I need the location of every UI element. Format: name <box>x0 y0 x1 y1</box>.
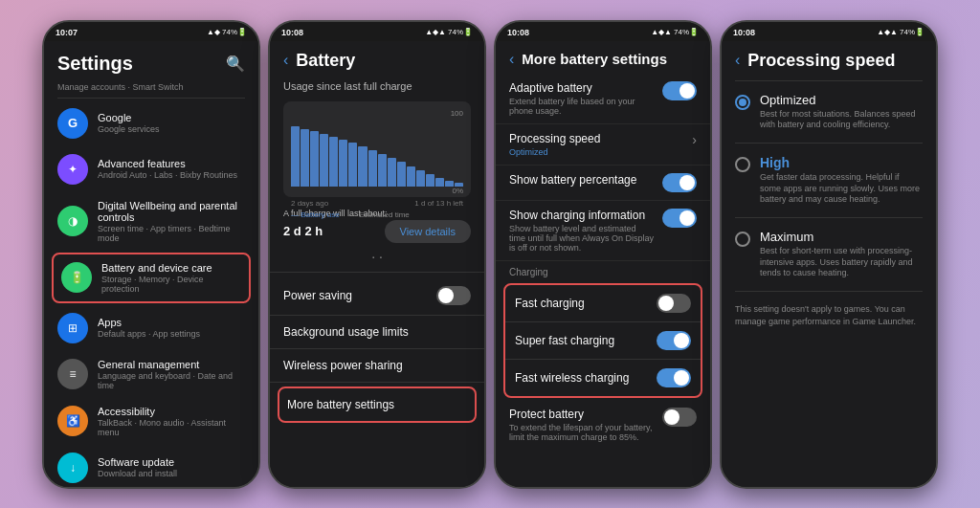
fast-wireless-charging-toggle[interactable] <box>657 368 691 387</box>
chart-label-right: 1 d of 13 h left <box>414 199 463 208</box>
battery-header: ‹ Battery <box>270 41 484 77</box>
show-charging-info-item[interactable]: Show charging information Show battery l… <box>496 201 710 261</box>
pagination-dots: · · <box>283 249 471 264</box>
bar-4 <box>320 134 328 187</box>
ps-option-maximum[interactable]: Maximum Best for short-term use with pro… <box>722 220 936 289</box>
legend-battery-use: — Battery use <box>291 210 340 219</box>
chart-min: 0% <box>291 187 463 195</box>
view-details-button[interactable]: View details <box>385 220 472 243</box>
processing-speed-screen: ‹ Processing speed Optimized Best for mo… <box>722 41 936 487</box>
chevron-right-icon-processing: › <box>692 132 697 147</box>
fast-wireless-charging-item[interactable]: Fast wireless charging <box>505 360 701 396</box>
adaptive-battery-item[interactable]: Adaptive battery Extend battery life bas… <box>496 74 710 124</box>
phone-more-battery: 10:08 ▲◆▲ 74%🔋 ‹ More battery settings A… <box>494 20 712 489</box>
bar-12 <box>397 162 406 186</box>
legend-estimated: — Estimated time <box>349 210 410 219</box>
ps-screen-title: Processing speed <box>747 51 895 71</box>
sidebar-item-advanced[interactable]: ✦ Advanced features Android Auto · Labs … <box>44 146 258 192</box>
more-battery-title: More battery settings <box>522 51 667 67</box>
show-battery-pct-toggle[interactable] <box>662 173 697 192</box>
accessibility-text: Accessibility TalkBack · Mono audio · As… <box>98 406 245 437</box>
manage-accounts-item[interactable]: Manage accounts · Smart Switch <box>44 82 258 96</box>
battery-more-settings[interactable]: More battery settings <box>278 387 477 423</box>
sidebar-item-general[interactable]: ≡ General management Language and keyboa… <box>44 351 258 398</box>
advanced-icon: ✦ <box>57 154 88 185</box>
show-charging-info-toggle[interactable] <box>662 209 697 228</box>
radio-high[interactable] <box>735 157 750 172</box>
processing-speed-text: Processing speed Optimized <box>509 132 692 157</box>
wifi-icon-3: ▲◆▲ <box>651 28 672 36</box>
power-saving-toggle[interactable] <box>436 286 471 305</box>
battery-wireless-sharing[interactable]: Wireless power sharing <box>270 349 484 383</box>
protect-battery-toggle[interactable] <box>662 408 697 427</box>
sidebar-item-accessibility[interactable]: ♿ Accessibility TalkBack · Mono audio · … <box>44 398 258 445</box>
super-fast-charging-toggle[interactable] <box>657 331 691 350</box>
show-charging-info-text: Show charging information Show battery l… <box>509 209 662 253</box>
software-text: Software update Download and install <box>98 456 245 478</box>
digital-wellbeing-text: Digital Wellbeing and parental controls … <box>98 200 245 243</box>
ps-option-optimized[interactable]: Optimized Best for most situations. Bala… <box>722 83 936 141</box>
charging-section-label: Charging <box>496 261 710 281</box>
sidebar-item-digital-wellbeing[interactable]: ◑ Digital Wellbeing and parental control… <box>44 192 258 251</box>
battery-power-saving[interactable]: Power saving <box>270 276 484 316</box>
signal-4: ▲◆▲ 74%🔋 <box>877 28 924 36</box>
chart-max: 100 <box>291 109 463 118</box>
sidebar-item-google[interactable]: G Google Google services <box>44 100 258 146</box>
bar-9 <box>368 150 377 187</box>
show-battery-pct-text: Show battery percentage <box>509 173 662 187</box>
back-arrow-3[interactable]: ‹ <box>509 51 514 68</box>
ps-divider-1 <box>735 143 923 144</box>
sidebar-item-battery[interactable]: 🔋 Battery and device care Storage · Memo… <box>52 253 251 303</box>
adaptive-battery-toggle[interactable] <box>662 81 697 100</box>
apps-text: Apps Default apps · App settings <box>98 317 245 339</box>
google-icon: G <box>57 108 88 139</box>
processing-speed-item[interactable]: Processing speed Optimized › <box>496 124 710 166</box>
charge-row: 2 d 2 h View details <box>283 220 471 243</box>
charge-value: 2 d 2 h <box>283 224 323 238</box>
search-icon[interactable]: 🔍 <box>226 55 245 73</box>
phone-battery: 10:08 ▲◆▲ 74%🔋 ‹ Battery Usage since las… <box>268 20 486 489</box>
battery-device-text: Battery and device care Storage · Memory… <box>101 262 241 294</box>
chart-section-title: Usage since last full charge <box>270 77 484 98</box>
sidebar-item-apps[interactable]: ⊞ Apps Default apps · App settings <box>44 305 258 351</box>
sidebar-item-software[interactable]: ↓ Software update Download and install <box>44 445 258 487</box>
phones-container: 10:07 ▲◆ 74%🔋 Settings 🔍 Manage accounts… <box>33 11 947 498</box>
digital-wellbeing-icon: ◑ <box>57 206 88 236</box>
signal-3: ▲◆▲ 74%🔋 <box>651 28 699 36</box>
wifi-icon-2: ▲◆▲ <box>425 28 446 36</box>
general-text: General management Language and keyboard… <box>98 359 245 390</box>
signal-1: ▲◆ 74%🔋 <box>207 28 247 36</box>
ps-note: This setting doesn't apply to games. You… <box>722 294 936 337</box>
fast-charging-toggle[interactable] <box>657 294 691 313</box>
radio-maximum[interactable] <box>735 232 750 247</box>
apps-icon: ⊞ <box>57 313 88 343</box>
bar-17 <box>445 181 454 187</box>
advanced-text: Advanced features Android Auto · Labs · … <box>98 158 245 180</box>
battery-chart: 100 <box>283 101 471 197</box>
software-icon: ↓ <box>57 453 88 483</box>
back-arrow-4[interactable]: ‹ <box>735 52 740 69</box>
show-battery-pct-item[interactable]: Show battery percentage <box>496 166 710 201</box>
super-fast-charging-item[interactable]: Super fast charging <box>505 322 701 360</box>
bar-8 <box>358 146 367 187</box>
wifi-icon-1: ▲◆ <box>207 28 220 36</box>
divider-1 <box>57 98 245 99</box>
bar-6 <box>339 140 347 187</box>
bar-15 <box>426 174 434 187</box>
fast-charging-item[interactable]: Fast charging <box>505 285 701 322</box>
ps-header: ‹ Processing speed <box>722 41 936 78</box>
battery-background-limits[interactable]: Background usage limits <box>270 316 484 349</box>
ps-divider-2 <box>735 217 923 218</box>
time-1: 10:07 <box>56 28 78 37</box>
ps-optimized-text: Optimized Best for most situations. Bala… <box>760 93 923 131</box>
bar-10 <box>378 154 387 187</box>
bar-7 <box>348 143 357 187</box>
settings-screen: Settings 🔍 Manage accounts · Smart Switc… <box>44 41 258 487</box>
protect-battery-item[interactable]: Protect battery To extend the lifespan o… <box>496 400 710 450</box>
bar-3 <box>310 131 319 186</box>
time-2: 10:08 <box>281 28 303 37</box>
radio-optimized[interactable] <box>735 95 750 110</box>
accessibility-icon: ♿ <box>57 406 88 436</box>
back-arrow-2[interactable]: ‹ <box>283 52 288 69</box>
ps-option-high[interactable]: High Get faster data processing. Helpful… <box>722 145 936 215</box>
